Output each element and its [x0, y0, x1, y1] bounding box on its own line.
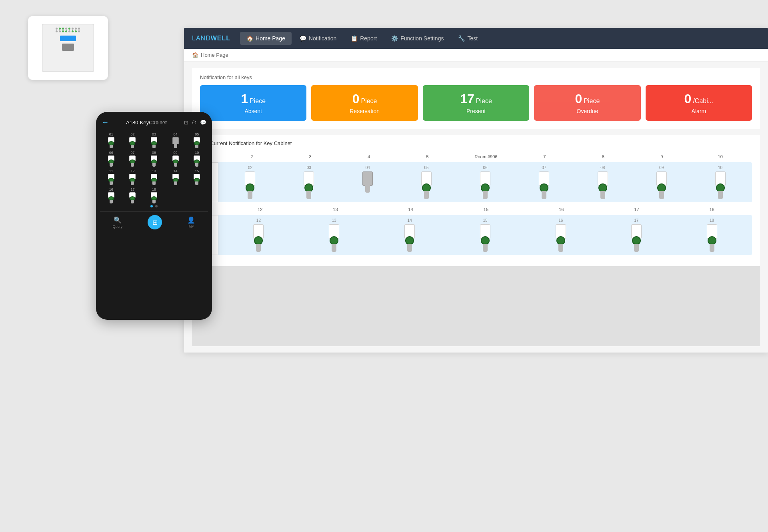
key-fob-16	[107, 192, 116, 203]
key-visual-0-0	[245, 171, 255, 199]
key-visual-1-2	[404, 224, 415, 252]
stat-unit-alarm: /Cabi...	[693, 98, 713, 105]
col-header-0-4: Room #906	[458, 154, 514, 159]
col-header-1-2: 14	[374, 207, 448, 212]
key-cell-1-6: 18	[675, 218, 749, 252]
device-slot	[62, 44, 74, 51]
key-cell-0-2: 04	[339, 165, 396, 199]
cabinet-display: 2345Room #90678910y 02 03 04 05	[200, 153, 752, 255]
tablet-slot-13: 13	[144, 169, 164, 185]
col-header-0-2: 4	[340, 154, 397, 159]
device-dots	[56, 28, 80, 32]
slot-num-02: 02	[130, 132, 134, 136]
nav-report[interactable]: 📋 Report	[344, 32, 383, 45]
key-cell-0-3: 05	[398, 165, 455, 199]
breadcrumb-home-icon: 🏠	[192, 52, 198, 58]
tablet-slot-14: 14	[166, 169, 185, 185]
tablet-header: ← A180-KeyCabinet ⊡ ⏱ 💬	[100, 118, 208, 127]
kv-key-1-0	[256, 244, 261, 252]
test-nav-icon: 🔧	[458, 35, 465, 42]
key-fob-02	[128, 137, 137, 148]
tablet-back-button[interactable]: ←	[102, 118, 109, 127]
notification-nav-icon: 💬	[300, 35, 306, 42]
tablet-nav-my[interactable]: 👤 MY	[187, 216, 195, 229]
tablet-slot-16: 16	[102, 187, 121, 203]
key-cell-1-3: 15	[448, 218, 522, 252]
col-headers-row1: 12131415161718	[200, 205, 752, 213]
physical-device	[28, 16, 108, 80]
top-navigation: LANDWELL 🏠 Home Page 💬 Notification 📋 Re…	[184, 28, 768, 49]
nav-home[interactable]: 🏠 Home Page	[240, 32, 292, 45]
tablet-clock-icon[interactable]: ⏱	[192, 120, 197, 126]
key-body-14	[174, 181, 177, 185]
stat-status-present: Present	[466, 108, 486, 114]
key-visual-0-4	[480, 171, 490, 199]
slot-num-11: 11	[109, 169, 113, 173]
cell-num-0-6: 08	[600, 165, 605, 170]
kv-key-0-3	[424, 191, 429, 199]
tablet-slot-05: 05	[187, 132, 206, 148]
tablet-header-icons: ⊡ ⏱ 💬	[184, 120, 206, 126]
nav-notification[interactable]: 💬 Notification	[293, 32, 343, 45]
key-fob-17	[128, 192, 137, 203]
col-header-1-1: 13	[298, 207, 372, 212]
nav-test[interactable]: 🔧 Test	[452, 32, 484, 45]
kv-key-0-1	[306, 191, 311, 199]
slot-num-14: 14	[174, 169, 178, 173]
kv-key-0-8	[718, 191, 723, 199]
kv-key-1-6	[710, 244, 714, 252]
stat-number-present: 17	[460, 92, 474, 106]
key-cells-row1: 12 13 14 15	[218, 215, 752, 255]
col-header-0-7: 9	[633, 154, 690, 159]
tablet-message-icon[interactable]: 💬	[200, 120, 206, 126]
tablet-slot-06: 06	[102, 151, 121, 167]
nav-function-settings[interactable]: ⚙️ Function Settings	[385, 32, 450, 45]
key-fob-12	[128, 174, 137, 185]
key-visual-1-3	[480, 224, 490, 252]
cell-num-0-0: 02	[248, 165, 252, 170]
key-fob-15	[192, 174, 201, 185]
kv-card-0-2	[362, 171, 373, 186]
tablet-slot-07: 07	[123, 151, 142, 167]
cell-num-0-4: 06	[483, 165, 487, 170]
tablet-nav-my-label: MY	[189, 225, 194, 229]
key-visual-0-8	[715, 171, 726, 199]
key-visual-1-4	[556, 224, 566, 252]
stat-number-alarm: 0	[684, 92, 692, 106]
tablet-nav: 🔍 Query ⊞ 👤 MY	[100, 211, 208, 229]
key-visual-0-6	[598, 171, 608, 199]
key-fob-09	[171, 155, 180, 167]
tablet-slot-17: 17	[123, 187, 142, 203]
report-nav-icon: 📋	[351, 35, 358, 42]
tablet-expand-icon[interactable]: ⊡	[184, 120, 188, 126]
stats-cards: 1 Piece Absent 0 Piece Reservation 17 Pi…	[200, 85, 752, 121]
stat-status-overdue: Overdue	[577, 108, 598, 114]
tablet-slot-02: 02	[123, 132, 142, 148]
brand-logo: LANDWELL	[192, 35, 230, 42]
kv-key-1-4	[558, 244, 563, 252]
tablet-slot-04: 04	[166, 132, 185, 148]
cell-num-0-8: 10	[718, 165, 722, 170]
col-header-1-3: 15	[449, 207, 523, 212]
tablet-nav-home[interactable]: ⊞	[148, 215, 162, 229]
key-visual-0-1	[304, 171, 314, 199]
stats-section: Notification for all keys 1 Piece Absent…	[192, 68, 760, 129]
slot-num-08: 08	[152, 151, 156, 155]
cabinet-row-0: y 02 03 04 05	[200, 162, 752, 202]
cabinet-header-label: Current Notification for Key Cabinet	[210, 140, 292, 146]
key-visual-0-5	[539, 171, 549, 199]
tablet-slot-08: 08	[144, 151, 164, 167]
key-visual-1-1	[329, 224, 339, 252]
stat-unit-present: Piece	[476, 98, 492, 105]
key-cell-0-5: 07	[515, 165, 572, 199]
key-cell-0-8: 10	[692, 165, 749, 199]
tablet-nav-query[interactable]: 🔍 Query	[113, 216, 123, 229]
key-body-07	[131, 163, 134, 167]
stat-card-reservation: 0 Piece Reservation	[311, 85, 418, 121]
key-cell-1-4: 16	[524, 218, 598, 252]
slot-num-07: 07	[130, 151, 134, 155]
cabinet-section: 🔴 Current Notification for Key Cabinet 2…	[192, 135, 760, 266]
settings-nav-icon: ⚙️	[391, 35, 398, 42]
stat-top-present: 17 Piece	[460, 92, 492, 106]
tablet-slot-15: 15	[187, 169, 206, 185]
